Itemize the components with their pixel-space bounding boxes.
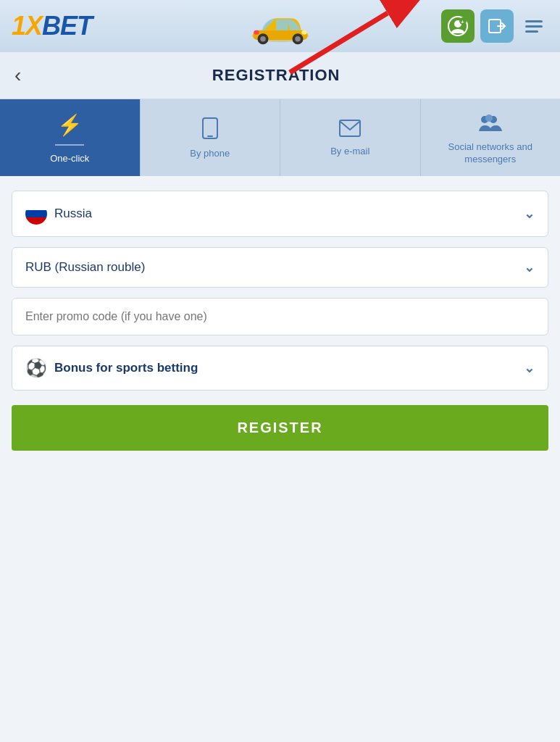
email-icon <box>339 120 361 140</box>
currency-select[interactable]: RUB (Russian rouble) ⌄ <box>12 247 548 288</box>
car-image <box>248 7 313 46</box>
currency-chevron-icon: ⌄ <box>524 259 535 275</box>
tab-social-label: Social networks and messengers <box>427 141 555 166</box>
register-icon-button[interactable]: + <box>441 9 475 43</box>
svg-rect-19 <box>340 120 360 136</box>
hamburger-menu-icon[interactable] <box>519 14 548 38</box>
header: 1XBET <box>0 0 560 52</box>
svg-text:+: + <box>461 19 464 25</box>
page-title: REGISTRATION <box>28 66 524 85</box>
svg-point-4 <box>260 36 266 42</box>
tab-by-phone-label: By phone <box>190 148 230 160</box>
russia-flag-icon <box>25 203 47 225</box>
logo-text: 1XBET <box>12 11 92 41</box>
registration-tabs: ⚡ One-click By phone By e-mail <box>0 99 560 176</box>
country-select[interactable]: Russia ⌄ <box>12 191 548 237</box>
bonus-select[interactable]: ⚽ Bonus for sports betting ⌄ <box>12 346 548 391</box>
tab-one-click[interactable]: ⚡ One-click <box>0 99 141 176</box>
register-button[interactable]: REGISTER <box>12 405 548 451</box>
phone-icon <box>201 117 220 142</box>
svg-point-7 <box>301 30 307 34</box>
form-area: Russia ⌄ RUB (Russian rouble) ⌄ ⚽ Bonus … <box>0 176 560 465</box>
logo: 1XBET <box>12 11 92 41</box>
svg-point-8 <box>254 30 259 34</box>
bonus-label: Bonus for sports betting <box>54 361 198 375</box>
page-title-bar: ‹ REGISTRATION <box>0 52 560 99</box>
country-chevron-icon: ⌄ <box>524 206 535 222</box>
bonus-chevron-icon: ⌄ <box>524 360 535 376</box>
back-button[interactable]: ‹ <box>14 65 21 86</box>
country-label: Russia <box>54 207 92 221</box>
currency-select-left: RUB (Russian rouble) <box>25 260 145 275</box>
tab-by-email[interactable]: By e-mail <box>280 99 421 176</box>
promo-code-field[interactable] <box>12 298 548 335</box>
login-button[interactable] <box>480 9 514 43</box>
svg-point-6 <box>295 36 301 42</box>
svg-rect-17 <box>207 136 213 137</box>
promo-code-input[interactable] <box>25 310 535 323</box>
tab-one-click-label: One-click <box>50 153 89 165</box>
country-select-left: Russia <box>25 203 92 225</box>
soccer-ball-icon: ⚽ <box>25 358 47 378</box>
page-wrapper: 1XBET <box>0 0 560 465</box>
svg-rect-2 <box>276 19 288 30</box>
currency-label: RUB (Russian rouble) <box>25 260 145 275</box>
svg-point-22 <box>485 114 493 122</box>
svg-rect-18 <box>205 120 215 133</box>
tab-social[interactable]: Social networks and messengers <box>421 99 561 176</box>
header-right: + <box>441 9 548 43</box>
tab-by-phone[interactable]: By phone <box>141 99 281 176</box>
social-icon <box>477 112 503 136</box>
lightning-icon: ⚡ <box>57 113 83 137</box>
tab-by-email-label: By e-mail <box>330 146 369 158</box>
bonus-left: ⚽ Bonus for sports betting <box>25 358 198 378</box>
